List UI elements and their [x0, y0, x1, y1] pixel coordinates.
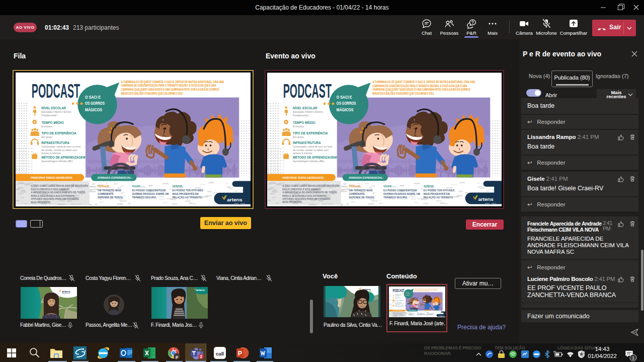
svg-text:p: p — [176, 354, 178, 359]
svg-text:call: call — [216, 351, 224, 356]
svg-text:1: 1 — [632, 355, 634, 360]
svg-text:P: P — [238, 350, 242, 357]
svg-text:2: 2 — [200, 354, 202, 359]
